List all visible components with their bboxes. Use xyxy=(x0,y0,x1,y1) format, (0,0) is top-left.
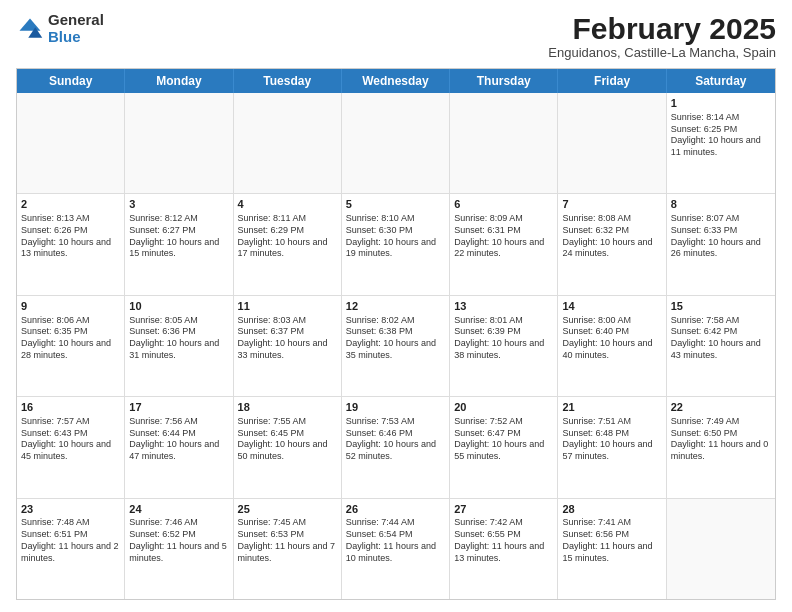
logo-text: General Blue xyxy=(48,12,104,45)
calendar-cell: 5Sunrise: 8:10 AMSunset: 6:30 PMDaylight… xyxy=(342,194,450,294)
day-info: Sunrise: 7:41 AMSunset: 6:56 PMDaylight:… xyxy=(562,517,661,564)
calendar-cell: 24Sunrise: 7:46 AMSunset: 6:52 PMDayligh… xyxy=(125,499,233,599)
day-number: 10 xyxy=(129,299,228,314)
day-info: Sunrise: 7:58 AMSunset: 6:42 PMDaylight:… xyxy=(671,315,771,362)
day-info: Sunrise: 8:10 AMSunset: 6:30 PMDaylight:… xyxy=(346,213,445,260)
day-number: 1 xyxy=(671,96,771,111)
day-info: Sunrise: 8:05 AMSunset: 6:36 PMDaylight:… xyxy=(129,315,228,362)
header-day-monday: Monday xyxy=(125,69,233,93)
day-number: 20 xyxy=(454,400,553,415)
calendar-cell: 14Sunrise: 8:00 AMSunset: 6:40 PMDayligh… xyxy=(558,296,666,396)
day-info: Sunrise: 8:06 AMSunset: 6:35 PMDaylight:… xyxy=(21,315,120,362)
day-info: Sunrise: 7:53 AMSunset: 6:46 PMDaylight:… xyxy=(346,416,445,463)
header-day-tuesday: Tuesday xyxy=(234,69,342,93)
day-info: Sunrise: 7:44 AMSunset: 6:54 PMDaylight:… xyxy=(346,517,445,564)
calendar-cell: 17Sunrise: 7:56 AMSunset: 6:44 PMDayligh… xyxy=(125,397,233,497)
calendar-cell: 15Sunrise: 7:58 AMSunset: 6:42 PMDayligh… xyxy=(667,296,775,396)
page: General Blue February 2025 Enguidanos, C… xyxy=(0,0,792,612)
day-number: 28 xyxy=(562,502,661,517)
day-number: 23 xyxy=(21,502,120,517)
header-day-wednesday: Wednesday xyxy=(342,69,450,93)
calendar-cell: 21Sunrise: 7:51 AMSunset: 6:48 PMDayligh… xyxy=(558,397,666,497)
day-number: 21 xyxy=(562,400,661,415)
header-day-friday: Friday xyxy=(558,69,666,93)
day-info: Sunrise: 7:42 AMSunset: 6:55 PMDaylight:… xyxy=(454,517,553,564)
calendar-week-5: 23Sunrise: 7:48 AMSunset: 6:51 PMDayligh… xyxy=(17,499,775,599)
calendar-title: February 2025 xyxy=(548,12,776,45)
calendar-cell: 23Sunrise: 7:48 AMSunset: 6:51 PMDayligh… xyxy=(17,499,125,599)
calendar-cell: 9Sunrise: 8:06 AMSunset: 6:35 PMDaylight… xyxy=(17,296,125,396)
day-info: Sunrise: 8:08 AMSunset: 6:32 PMDaylight:… xyxy=(562,213,661,260)
calendar-cell: 8Sunrise: 8:07 AMSunset: 6:33 PMDaylight… xyxy=(667,194,775,294)
calendar-cell xyxy=(342,93,450,193)
calendar-cell xyxy=(667,499,775,599)
header-day-saturday: Saturday xyxy=(667,69,775,93)
day-number: 14 xyxy=(562,299,661,314)
calendar-cell: 16Sunrise: 7:57 AMSunset: 6:43 PMDayligh… xyxy=(17,397,125,497)
day-info: Sunrise: 7:51 AMSunset: 6:48 PMDaylight:… xyxy=(562,416,661,463)
day-number: 3 xyxy=(129,197,228,212)
calendar-cell: 2Sunrise: 8:13 AMSunset: 6:26 PMDaylight… xyxy=(17,194,125,294)
day-number: 12 xyxy=(346,299,445,314)
day-number: 17 xyxy=(129,400,228,415)
day-number: 5 xyxy=(346,197,445,212)
calendar-cell: 6Sunrise: 8:09 AMSunset: 6:31 PMDaylight… xyxy=(450,194,558,294)
calendar: SundayMondayTuesdayWednesdayThursdayFrid… xyxy=(16,68,776,600)
day-number: 13 xyxy=(454,299,553,314)
day-number: 11 xyxy=(238,299,337,314)
day-info: Sunrise: 8:11 AMSunset: 6:29 PMDaylight:… xyxy=(238,213,337,260)
day-number: 25 xyxy=(238,502,337,517)
calendar-cell xyxy=(234,93,342,193)
day-number: 26 xyxy=(346,502,445,517)
day-number: 22 xyxy=(671,400,771,415)
day-number: 18 xyxy=(238,400,337,415)
svg-marker-0 xyxy=(20,18,41,30)
calendar-cell: 25Sunrise: 7:45 AMSunset: 6:53 PMDayligh… xyxy=(234,499,342,599)
day-info: Sunrise: 8:12 AMSunset: 6:27 PMDaylight:… xyxy=(129,213,228,260)
day-info: Sunrise: 8:01 AMSunset: 6:39 PMDaylight:… xyxy=(454,315,553,362)
day-info: Sunrise: 7:57 AMSunset: 6:43 PMDaylight:… xyxy=(21,416,120,463)
calendar-cell: 11Sunrise: 8:03 AMSunset: 6:37 PMDayligh… xyxy=(234,296,342,396)
calendar-cell: 3Sunrise: 8:12 AMSunset: 6:27 PMDaylight… xyxy=(125,194,233,294)
logo-general-label: General xyxy=(48,12,104,29)
calendar-cell: 12Sunrise: 8:02 AMSunset: 6:38 PMDayligh… xyxy=(342,296,450,396)
day-info: Sunrise: 8:00 AMSunset: 6:40 PMDaylight:… xyxy=(562,315,661,362)
calendar-cell xyxy=(17,93,125,193)
calendar-cell: 10Sunrise: 8:05 AMSunset: 6:36 PMDayligh… xyxy=(125,296,233,396)
day-info: Sunrise: 7:49 AMSunset: 6:50 PMDaylight:… xyxy=(671,416,771,463)
calendar-cell: 26Sunrise: 7:44 AMSunset: 6:54 PMDayligh… xyxy=(342,499,450,599)
day-number: 24 xyxy=(129,502,228,517)
day-info: Sunrise: 8:02 AMSunset: 6:38 PMDaylight:… xyxy=(346,315,445,362)
day-info: Sunrise: 8:14 AMSunset: 6:25 PMDaylight:… xyxy=(671,112,771,159)
header: General Blue February 2025 Enguidanos, C… xyxy=(16,12,776,60)
day-info: Sunrise: 8:13 AMSunset: 6:26 PMDaylight:… xyxy=(21,213,120,260)
day-number: 16 xyxy=(21,400,120,415)
day-number: 7 xyxy=(562,197,661,212)
calendar-cell: 27Sunrise: 7:42 AMSunset: 6:55 PMDayligh… xyxy=(450,499,558,599)
day-number: 2 xyxy=(21,197,120,212)
calendar-cell: 28Sunrise: 7:41 AMSunset: 6:56 PMDayligh… xyxy=(558,499,666,599)
day-number: 9 xyxy=(21,299,120,314)
calendar-cell: 19Sunrise: 7:53 AMSunset: 6:46 PMDayligh… xyxy=(342,397,450,497)
day-number: 4 xyxy=(238,197,337,212)
logo: General Blue xyxy=(16,12,104,45)
calendar-cell: 7Sunrise: 8:08 AMSunset: 6:32 PMDaylight… xyxy=(558,194,666,294)
calendar-week-4: 16Sunrise: 7:57 AMSunset: 6:43 PMDayligh… xyxy=(17,397,775,498)
day-info: Sunrise: 7:55 AMSunset: 6:45 PMDaylight:… xyxy=(238,416,337,463)
day-info: Sunrise: 8:09 AMSunset: 6:31 PMDaylight:… xyxy=(454,213,553,260)
day-info: Sunrise: 7:52 AMSunset: 6:47 PMDaylight:… xyxy=(454,416,553,463)
calendar-week-2: 2Sunrise: 8:13 AMSunset: 6:26 PMDaylight… xyxy=(17,194,775,295)
calendar-header: SundayMondayTuesdayWednesdayThursdayFrid… xyxy=(17,69,775,93)
day-number: 15 xyxy=(671,299,771,314)
day-info: Sunrise: 7:48 AMSunset: 6:51 PMDaylight:… xyxy=(21,517,120,564)
calendar-cell: 22Sunrise: 7:49 AMSunset: 6:50 PMDayligh… xyxy=(667,397,775,497)
calendar-cell xyxy=(450,93,558,193)
day-number: 27 xyxy=(454,502,553,517)
day-number: 6 xyxy=(454,197,553,212)
header-day-sunday: Sunday xyxy=(17,69,125,93)
day-number: 8 xyxy=(671,197,771,212)
header-day-thursday: Thursday xyxy=(450,69,558,93)
day-info: Sunrise: 8:03 AMSunset: 6:37 PMDaylight:… xyxy=(238,315,337,362)
calendar-cell: 13Sunrise: 8:01 AMSunset: 6:39 PMDayligh… xyxy=(450,296,558,396)
calendar-location: Enguidanos, Castille-La Mancha, Spain xyxy=(548,45,776,60)
